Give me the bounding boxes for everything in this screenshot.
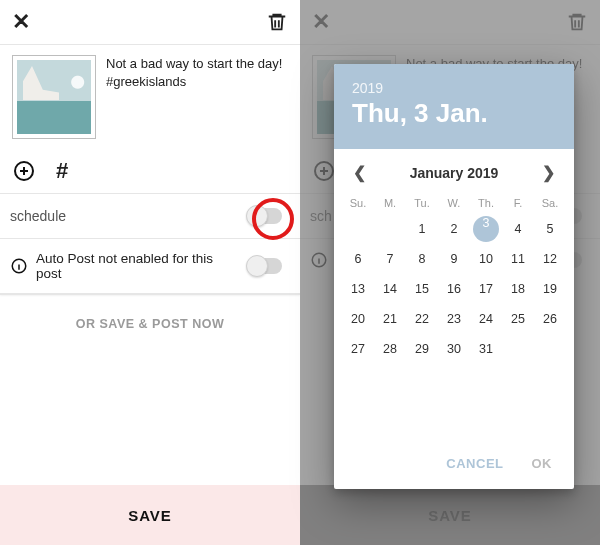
schedule-label: schedule (10, 208, 66, 224)
calendar-day[interactable]: 14 (374, 274, 406, 304)
calendar-day[interactable]: 2 (438, 214, 470, 244)
compose-tools: # (0, 153, 300, 193)
close-icon[interactable]: ✕ (12, 11, 30, 33)
topbar: ✕ (0, 0, 300, 44)
datepicker-pane: ✕ Not a bad way to start the day! #greek… (300, 0, 600, 545)
calendar-empty-cell (342, 214, 374, 244)
calendar-day[interactable]: 31 (470, 334, 502, 364)
save-button[interactable]: SAVE (0, 485, 300, 545)
or-save-post-now[interactable]: OR SAVE & POST NOW (0, 295, 300, 331)
autopost-row: Auto Post not enabled for this post (0, 239, 300, 293)
weekday-label: Sa. (534, 194, 566, 212)
weekday-label: Tu. (406, 194, 438, 212)
autopost-toggle[interactable] (248, 258, 282, 274)
calendar-day[interactable]: 17 (470, 274, 502, 304)
compose-pane: ✕ Not a bad way to start the day! #greek… (0, 0, 300, 545)
prev-month-icon[interactable]: ❮ (348, 163, 370, 182)
calendar-day[interactable]: 8 (406, 244, 438, 274)
picker-selected-date[interactable]: Thu, 3 Jan. (352, 98, 556, 129)
weekday-label: W. (438, 194, 470, 212)
calendar-day[interactable]: 19 (534, 274, 566, 304)
picker-actions: CANCEL OK (334, 442, 574, 489)
calendar-day[interactable]: 26 (534, 304, 566, 334)
calendar-day[interactable]: 23 (438, 304, 470, 334)
calendar-day[interactable]: 29 (406, 334, 438, 364)
cancel-button[interactable]: CANCEL (446, 456, 503, 471)
date-picker-header: 2019 Thu, 3 Jan. (334, 64, 574, 149)
calendar-empty-cell (374, 214, 406, 244)
calendar-day[interactable]: 20 (342, 304, 374, 334)
weekday-label: Su. (342, 194, 374, 212)
post-preview-row: Not a bad way to start the day! #greekis… (0, 45, 300, 153)
calendar-day[interactable]: 12 (534, 244, 566, 274)
autopost-left: Auto Post not enabled for this post (10, 251, 240, 281)
picker-year[interactable]: 2019 (352, 80, 556, 96)
autopost-label: Auto Post not enabled for this post (36, 251, 240, 281)
calendar-day[interactable]: 27 (342, 334, 374, 364)
calendar-day[interactable]: 11 (502, 244, 534, 274)
trash-icon[interactable] (266, 11, 288, 33)
calendar-day[interactable]: 25 (502, 304, 534, 334)
post-thumbnail[interactable] (12, 55, 96, 139)
calendar-day[interactable]: 7 (374, 244, 406, 274)
calendar-day[interactable]: 13 (342, 274, 374, 304)
calendar-day[interactable]: 28 (374, 334, 406, 364)
info-icon[interactable] (10, 257, 28, 275)
calendar-day[interactable]: 6 (342, 244, 374, 274)
calendar-nav: ❮ January 2019 ❯ (334, 149, 574, 188)
add-icon[interactable] (12, 159, 36, 183)
calendar-day[interactable]: 30 (438, 334, 470, 364)
calendar-day[interactable]: 10 (470, 244, 502, 274)
calendar-day[interactable]: 18 (502, 274, 534, 304)
thumbnail-image (17, 60, 91, 134)
calendar-day[interactable]: 21 (374, 304, 406, 334)
calendar-day[interactable]: 9 (438, 244, 470, 274)
tutorial-highlight-ring (252, 198, 294, 240)
post-caption[interactable]: Not a bad way to start the day! #greekis… (106, 55, 288, 139)
calendar-month-label: January 2019 (410, 165, 499, 181)
calendar-day[interactable]: 16 (438, 274, 470, 304)
ok-button[interactable]: OK (532, 456, 553, 471)
weekday-label: M. (374, 194, 406, 212)
calendar-day[interactable]: 4 (502, 214, 534, 244)
calendar-day[interactable]: 15 (406, 274, 438, 304)
hashtag-icon[interactable]: # (50, 159, 74, 183)
calendar-grid: 1234567891011121314151617181920212223242… (334, 214, 574, 370)
weekday-label: Th. (470, 194, 502, 212)
next-month-icon[interactable]: ❯ (538, 163, 560, 182)
save-button-label: SAVE (128, 507, 172, 524)
weekday-label: F. (502, 194, 534, 212)
date-picker: 2019 Thu, 3 Jan. ❮ January 2019 ❯ Su.M.T… (334, 64, 574, 489)
calendar-day[interactable]: 1 (406, 214, 438, 244)
calendar-day[interactable]: 5 (534, 214, 566, 244)
calendar-day[interactable]: 3 (470, 214, 502, 244)
spacer (0, 331, 300, 485)
calendar-weekdays: Su.M.Tu.W.Th.F.Sa. (334, 188, 574, 214)
calendar-day[interactable]: 24 (470, 304, 502, 334)
calendar-day[interactable]: 22 (406, 304, 438, 334)
